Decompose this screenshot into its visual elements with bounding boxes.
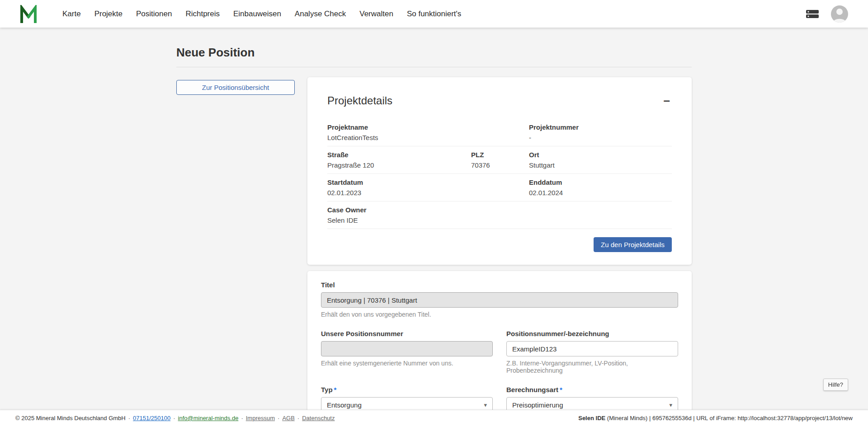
berechnungsart-select[interactable]: Preisoptimierung ▾ bbox=[506, 397, 678, 410]
footer-phone-link[interactable]: 07151/250100 bbox=[133, 415, 170, 421]
typ-group: Typ* Entsorgung ▾ Wählen Sie hier die Ar… bbox=[321, 386, 493, 410]
title-divider bbox=[176, 67, 692, 67]
nav-item-projekte[interactable]: Projekte bbox=[94, 9, 123, 19]
right-column: Projektdetails – Projektname LotCreation… bbox=[307, 77, 692, 410]
left-column: Zur Positionsübersicht bbox=[176, 77, 295, 95]
nav-item-analyse-check[interactable]: Analyse Check bbox=[295, 9, 346, 19]
footer-datenschutz-link[interactable]: Datenschutz bbox=[302, 415, 335, 421]
mineral-minds-logo[interactable] bbox=[20, 5, 37, 23]
field-case-owner: Case Owner Selen IDE bbox=[327, 206, 672, 225]
nav-item-richtpreis[interactable]: Richtpreis bbox=[185, 9, 220, 19]
project-row-4: Case Owner Selen IDE bbox=[327, 201, 672, 229]
required-asterisk: * bbox=[334, 386, 337, 393]
titel-helper: Erhält den von uns vorgegebenen Titel. bbox=[321, 311, 678, 318]
top-navbar: Karte Projekte Positionen Richtpreis Ein… bbox=[0, 0, 868, 28]
berechnungsart-group: Berechnungsart* Preisoptimierung ▾ Wähle… bbox=[506, 386, 678, 410]
user-avatar[interactable] bbox=[831, 5, 848, 23]
nav-item-einbauweisen[interactable]: Einbauweisen bbox=[233, 9, 281, 19]
back-to-positions-button[interactable]: Zur Positionsübersicht bbox=[176, 80, 295, 95]
footer-user: Selen IDE bbox=[578, 415, 605, 421]
titel-label: Titel bbox=[321, 281, 678, 289]
main-navigation: Karte Projekte Positionen Richtpreis Ein… bbox=[62, 9, 461, 19]
unsere-positionsnummer-helper: Erhält eine systemgenerierte Nummer von … bbox=[321, 360, 493, 367]
chevron-down-icon: ▾ bbox=[484, 402, 487, 408]
field-enddatum: Enddatum 02.01.2024 bbox=[529, 178, 672, 197]
footer-agb-link[interactable]: AGB bbox=[282, 415, 294, 421]
field-startdatum: Startdatum 02.01.2023 bbox=[327, 178, 529, 197]
project-row-2: Straße Pragstraße 120 PLZ 70376 Ort Stut… bbox=[327, 146, 672, 174]
footer-session-detail: (Mineral Minds) | 69576255536d | URL of … bbox=[605, 415, 853, 421]
footer-separator: · bbox=[297, 415, 299, 421]
footer-separator: · bbox=[128, 415, 130, 421]
page-title: Neue Position bbox=[176, 46, 692, 60]
footer-copyright: © 2025 Mineral Minds Deutschland GmbH bbox=[15, 415, 126, 421]
person-icon bbox=[831, 5, 848, 23]
server-icon[interactable] bbox=[806, 9, 819, 19]
footer-separator: · bbox=[241, 415, 243, 421]
field-projektnummer: Projektnummer - bbox=[529, 123, 672, 142]
titel-input bbox=[321, 292, 678, 308]
typ-select[interactable]: Entsorgung ▾ bbox=[321, 397, 493, 410]
nav-item-so-funktionierts[interactable]: So funktioniert's bbox=[407, 9, 461, 19]
berechnungsart-label: Berechnungsart* bbox=[506, 386, 678, 393]
project-details-fields: Projektname LotCreationTests Projektnumm… bbox=[327, 119, 672, 229]
help-button[interactable]: Hilfe? bbox=[823, 379, 848, 391]
nav-item-karte[interactable]: Karte bbox=[62, 9, 81, 19]
field-plz: PLZ 70376 bbox=[471, 150, 529, 169]
field-ort: Ort Stuttgart bbox=[529, 150, 672, 169]
chevron-down-icon: ▾ bbox=[669, 402, 672, 408]
footer-impressum-link[interactable]: Impressum bbox=[246, 415, 275, 421]
footer-left: © 2025 Mineral Minds Deutschland GmbH · … bbox=[15, 415, 335, 421]
project-details-title: Projektdetails bbox=[327, 94, 392, 107]
project-details-link-button[interactable]: Zu den Projektdetails bbox=[594, 237, 672, 252]
typ-label: Typ* bbox=[321, 386, 493, 393]
unsere-positionsnummer-group: Unsere Positionsnummer Erhält eine syste… bbox=[321, 330, 493, 374]
footer-separator: · bbox=[173, 415, 175, 421]
footer-email-link[interactable]: info@mineral-minds.de bbox=[178, 415, 239, 421]
nav-item-positionen[interactable]: Positionen bbox=[136, 9, 172, 19]
titel-field-group: Titel Erhält den von uns vorgegebenen Ti… bbox=[321, 281, 678, 318]
field-strasse: Straße Pragstraße 120 bbox=[327, 150, 471, 169]
positionsnummer-helper: Z.B. Interne-Vorgangsnummer, LV-Position… bbox=[506, 360, 678, 374]
collapse-button[interactable]: – bbox=[662, 94, 672, 106]
unsere-positionsnummer-input bbox=[321, 341, 493, 356]
footer-session-info: Selen IDE (Mineral Minds) | 69576255536d… bbox=[578, 415, 853, 421]
footer-separator: · bbox=[278, 415, 279, 421]
positionsnummer-group: Positionsnummer/-bezeichnung Z.B. Intern… bbox=[506, 330, 678, 374]
footer: © 2025 Mineral Minds Deutschland GmbH · … bbox=[0, 410, 868, 426]
main-content: Neue Position Zur Positionsübersicht Pro… bbox=[0, 28, 868, 410]
project-row-1: Projektname LotCreationTests Projektnumm… bbox=[327, 119, 672, 146]
project-row-3: Startdatum 02.01.2023 Enddatum 02.01.202… bbox=[327, 174, 672, 201]
project-details-card: Projektdetails – Projektname LotCreation… bbox=[307, 77, 692, 265]
nav-item-verwalten[interactable]: Verwalten bbox=[359, 9, 393, 19]
required-asterisk: * bbox=[560, 386, 562, 393]
logo-icon bbox=[20, 5, 37, 23]
navbar-right bbox=[806, 5, 848, 23]
positionsnummer-input[interactable] bbox=[506, 341, 678, 356]
field-projektname: Projektname LotCreationTests bbox=[327, 123, 529, 142]
new-position-form-card: Titel Erhält den von uns vorgegebenen Ti… bbox=[307, 271, 692, 410]
unsere-positionsnummer-label: Unsere Positionsnummer bbox=[321, 330, 493, 337]
positionsnummer-label: Positionsnummer/-bezeichnung bbox=[506, 330, 678, 337]
